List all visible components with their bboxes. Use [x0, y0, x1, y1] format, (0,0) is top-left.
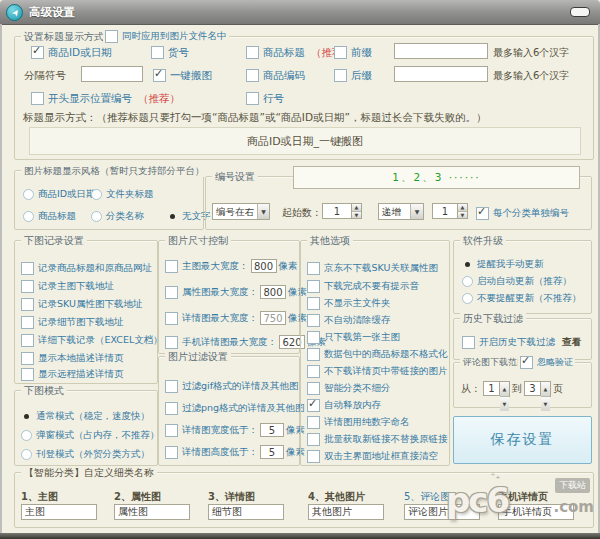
size-main-input[interactable]: [251, 259, 277, 273]
checkbox-enable-history-filter[interactable]: 开启历史下载过滤: [462, 335, 555, 349]
checkbox-size-detail[interactable]: 详情图最大宽度：像素: [165, 311, 307, 325]
chevron-down-icon[interactable]: ▼: [257, 204, 269, 219]
spinner-down-icon[interactable]: ▼: [500, 396, 509, 411]
spinner-buttons[interactable]: ▲▼: [458, 203, 468, 219]
start-input[interactable]: [322, 203, 352, 219]
checkbox-show-remote-desc[interactable]: 显示远程描述详情页: [21, 367, 124, 381]
checkbox-other-numeric-name[interactable]: 详情图用纯数字命名: [307, 415, 410, 429]
radio-mode-normal[interactable]: 通常模式（稳定，速度快）: [21, 409, 150, 423]
spinner-buttons[interactable]: ▲▼: [500, 381, 510, 397]
checkbox-filter-height[interactable]: 详情图高度低于：像素: [165, 445, 305, 459]
checkbox-box: [307, 365, 320, 378]
position-dropdown[interactable]: 编号在右 ▼: [212, 203, 270, 220]
spinner-down-icon[interactable]: ▼: [541, 396, 550, 411]
checkbox-box: [246, 92, 259, 105]
checkbox-filter-width[interactable]: 详情图宽度低于：像素: [165, 423, 305, 437]
radio-mode-listing[interactable]: 刊登模式（外贸分类方式）: [21, 447, 150, 461]
checkbox-record-main-url[interactable]: 记录主图下载地址: [21, 279, 114, 293]
spinner-up-icon[interactable]: ▲: [541, 382, 550, 396]
separator-input[interactable]: [81, 66, 143, 82]
size-attr-input[interactable]: [260, 285, 286, 299]
checkbox-other-no-subclass[interactable]: 智能分类不细分: [307, 381, 391, 395]
group-comment-range: 评论图下载范围 忽略验证 从： ▲▼ 到 ▲▼ 页: [453, 362, 592, 408]
checkbox-box: [307, 314, 320, 327]
field-input-attr[interactable]: [114, 504, 190, 520]
checkbox-suffix[interactable]: 后缀: [334, 68, 372, 82]
field-input-main[interactable]: [21, 504, 97, 520]
prefix-input[interactable]: [394, 43, 488, 59]
group-pic-title-style-legend: 图片标题显示风格（暂时只支持部分平台）: [21, 164, 208, 177]
checkbox-show-local-desc[interactable]: 显示本地描述详情页: [21, 351, 124, 365]
checkbox-other-keep-links[interactable]: 批量获取新链接不替换原链接: [307, 432, 448, 446]
checkbox-filter-png[interactable]: 过滤png格式的详情及其他图: [165, 401, 305, 415]
checkbox-filter-gif[interactable]: 过滤gif格式的详情及其他图: [165, 379, 299, 393]
radio-style-folder-title[interactable]: 文件夹标题: [91, 187, 154, 201]
checkbox-product-id-date[interactable]: 商品ID或日期: [31, 45, 112, 59]
checkbox-other-jd-sku[interactable]: 京东不下载SKU关联属性图: [307, 261, 438, 275]
checkbox-label: 批量获取新链接不替换原链接: [324, 432, 448, 446]
checkbox-box: [307, 262, 320, 275]
checkbox-label: 不下载详情页中带链接的图片: [324, 364, 448, 378]
checkbox-record-excel[interactable]: 详细下载记录（EXCEL文档）: [21, 333, 163, 347]
radio-style-product-id-date[interactable]: 商品ID或日期: [23, 187, 96, 201]
step-input[interactable]: [432, 203, 458, 219]
checkbox-per-category[interactable]: 每个分类单独编号: [476, 206, 569, 220]
checkbox-prefix[interactable]: 前缀: [334, 45, 372, 59]
radio-upgrade-auto[interactable]: 启动自动更新（推荐）: [462, 274, 572, 288]
checkbox-line-no[interactable]: 行号: [246, 91, 284, 105]
spinner-up-icon[interactable]: ▲: [500, 382, 509, 396]
filter-height-input[interactable]: [260, 445, 284, 459]
checkbox-other-no-sound[interactable]: 下载完成不要有提示音: [307, 279, 419, 293]
checkbox-record-title-url[interactable]: 记录商品标题和原商品网址: [21, 261, 152, 275]
checkbox-record-detail-url[interactable]: 记录细节图下载地址: [21, 315, 124, 329]
chevron-down-icon[interactable]: ▼: [410, 204, 423, 219]
mode-dropdown[interactable]: 递增 ▼: [378, 203, 424, 220]
checkbox-position-number[interactable]: 开头显示位置编号 （推荐）: [31, 91, 180, 105]
radio-style-product-title[interactable]: 商品标题: [23, 209, 76, 223]
window-titlebar[interactable]: ➤ 高级设置: [0, 0, 600, 25]
checkbox-other-first-main-only[interactable]: 只下载第一张主图: [307, 330, 400, 344]
field-input-mobile[interactable]: [498, 504, 574, 520]
field-input-comment[interactable]: [404, 504, 480, 520]
field-input-detail[interactable]: [208, 504, 284, 520]
checkbox-size-main[interactable]: 主图最大宽度：像素: [165, 259, 298, 273]
checkbox-label: 自动释放内存: [324, 398, 381, 412]
checkbox-box: [31, 46, 44, 59]
checkbox-box: [31, 92, 44, 105]
spinner-down-icon[interactable]: ▼: [458, 211, 467, 219]
checkbox-label: 行号: [263, 91, 284, 105]
field-input-other[interactable]: [308, 504, 384, 520]
radio-style-category-name[interactable]: 分类名称: [91, 209, 144, 223]
radio-mode-popup[interactable]: 弹窗模式（占内存，不推荐）: [21, 428, 160, 442]
to-input[interactable]: [524, 381, 541, 396]
checkbox-label: 显示远程描述详情页: [38, 367, 124, 381]
filter-width-input[interactable]: [260, 423, 284, 437]
view-history-link[interactable]: 查看: [562, 336, 581, 349]
checkbox-other-no-clear-cache[interactable]: 不自动清除缓存: [307, 313, 391, 327]
spinner-down-icon[interactable]: ▼: [352, 211, 361, 219]
checkbox-apply-to-filename[interactable]: 同时应用到图片文件名中: [103, 29, 229, 43]
minimize-button[interactable]: [570, 7, 590, 17]
checkbox-one-key-move[interactable]: 一键搬图: [153, 68, 212, 82]
checkbox-size-attr[interactable]: 属性图最大宽度：像素: [165, 285, 307, 299]
checkbox-other-auto-free-memory[interactable]: 自动释放内存: [307, 398, 381, 412]
checkbox-sku-no[interactable]: 货号: [151, 45, 189, 59]
checkbox-other-no-mainfolder[interactable]: 不显示主文件夹: [307, 296, 391, 310]
radio-style-no-text[interactable]: 无文字: [167, 209, 211, 223]
from-input[interactable]: [483, 381, 500, 396]
save-settings-button[interactable]: 保存设置: [453, 416, 592, 464]
size-detail-input[interactable]: [260, 311, 286, 325]
suffix-input[interactable]: [394, 66, 488, 82]
spinner-buttons[interactable]: ▲▼: [352, 203, 362, 219]
radio-upgrade-never[interactable]: 不要提醒更新（不推荐）: [462, 291, 582, 305]
checkbox-label: 属性图最大宽度：: [182, 285, 258, 299]
checkbox-other-no-linked-img[interactable]: 不下载详情页中带链接的图片: [307, 364, 448, 378]
checkbox-other-dblclick-clear[interactable]: 双击主界面地址框直接清空: [307, 449, 438, 463]
radio-upgrade-manual[interactable]: 提醒我手动更新: [462, 257, 544, 271]
checkbox-record-sku-url[interactable]: 记录SKU属性图下载地址: [21, 297, 142, 311]
spinner-buttons[interactable]: ▲▼: [541, 381, 551, 397]
radio-label: 商品标题: [38, 209, 76, 223]
checkbox-other-no-format-title[interactable]: 数据包中的商品标题不格式化: [307, 347, 448, 361]
checkbox-product-code[interactable]: 商品编码: [246, 68, 305, 82]
checkbox-ignore-verify[interactable]: 忽略验证: [518, 355, 575, 369]
